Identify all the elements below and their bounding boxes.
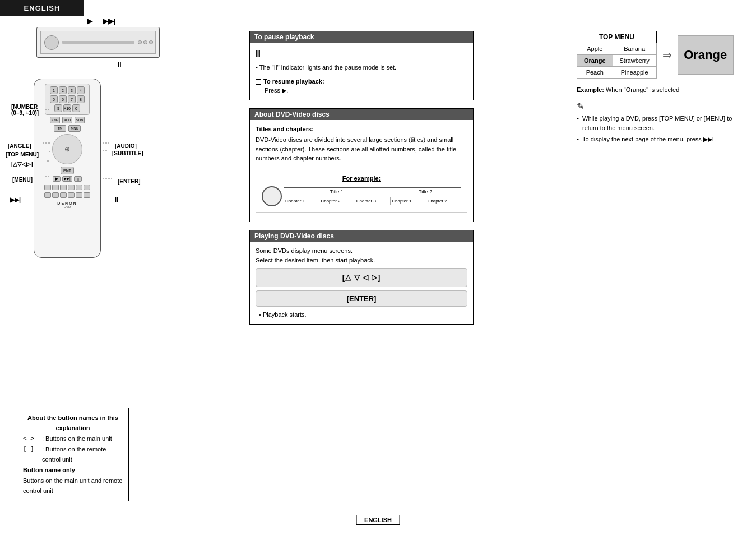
btn-3: 3 (68, 86, 76, 94)
menu-pineapple: Pineapple (613, 67, 656, 79)
playing-section: Playing DVD-Video discs Some DVDs displa… (249, 230, 474, 325)
remote-body: 1 2 3 4 5 6 7 8 9 +10 0 ANG AUD SUB TM M… (34, 79, 101, 258)
top-menu-row-3: Peach Pineapple (577, 67, 657, 79)
dvd-section-content: Titles and chapters: DVD-Video discs are… (250, 120, 473, 222)
skip-fwd-label: ▶▶| (10, 196, 21, 204)
chapter-1a: Chapter 1 (284, 197, 319, 205)
chapter-2b: Chapter 2 (426, 197, 461, 205)
legend-sym-1: < > (23, 433, 40, 444)
extra-btn-8 (52, 192, 59, 198)
function-row: ANG AUD SUB (34, 117, 100, 123)
btn-plus10: +10 (63, 104, 71, 112)
btn-4: 4 (77, 86, 85, 94)
btn-6: 6 (59, 95, 67, 103)
play-btn: ▶ (53, 176, 61, 182)
legend-last-row: Buttons on the main unit and remote cont… (23, 476, 123, 496)
dvd-section: About DVD-Video discs Titles and chapter… (249, 108, 474, 223)
chapter-2: Chapter 2 (319, 197, 355, 205)
legend-desc-2: : Buttons on the remote control unit (42, 444, 123, 465)
dvd-section-title: About DVD-Video discs (250, 109, 473, 120)
main-unit (36, 27, 160, 58)
note-item-2: To display the next page of the menu, pr… (577, 135, 739, 144)
power-button-icon (138, 40, 142, 44)
stop-button-icon (149, 40, 153, 44)
top-menu-row-2: Orange Strawberry (577, 55, 657, 67)
legend-bold-text: Button name only (23, 467, 75, 473)
extra-btn-4 (68, 185, 75, 190)
header-language: ENGLISH (24, 4, 61, 12)
remote-model: DVD (34, 205, 100, 209)
chapter-bar: Chapter 1 Chapter 2 Chapter 3 Chapter 1 … (284, 197, 461, 205)
remote-brand-logo: DENON (34, 201, 100, 205)
menu-btn: MNU (68, 125, 81, 132)
legend-box: About the button names in this explanati… (17, 408, 129, 502)
angle-btn: ANG (50, 117, 60, 123)
play-arrow-icon: ▶ (87, 17, 92, 25)
menu-peach: Peach (577, 67, 613, 79)
top-menu-container: TOP MENU Apple Banana Orange Strawberry … (577, 31, 739, 79)
enter-display: [ENTER] (256, 290, 467, 307)
note-section: ✎ While playing a DVD, press [TOP MENU] … (577, 101, 739, 144)
pencil-icon: ✎ (577, 101, 739, 112)
legend-bold-row: Button name only: (23, 465, 123, 476)
btn-1: 1 (50, 86, 58, 94)
footer-language: ENGLISH (356, 515, 400, 525)
number-pad: 1 2 3 4 5 6 7 8 9 +10 0 (45, 84, 90, 115)
btn-9: 9 (54, 104, 62, 112)
disc-tracks: Title 1 Title 2 Chapter 1 Chapter 2 Chap… (284, 187, 461, 205)
header-bar: ENGLISH (0, 0, 84, 16)
orange-text: Orange (684, 48, 727, 62)
nav-label: [△▽◁▷] (11, 161, 33, 167)
checkbox-icon (256, 79, 261, 85)
extra-btn-1 (44, 185, 51, 190)
extra-btn-11 (76, 192, 82, 198)
extra-btn-3 (60, 185, 67, 190)
disc-slot-icon (44, 35, 59, 50)
top-menu-header-row: TOP MENU (577, 31, 657, 43)
menu-banana: Banana (613, 43, 656, 55)
btn-7: 7 (68, 95, 76, 103)
extra-buttons (34, 183, 100, 191)
resume-text: Press ▶. (265, 86, 467, 95)
subtitle-label: [SUBTITLE] (112, 150, 143, 156)
enter-note: • Playback starts. (259, 310, 467, 320)
disc-diagram: For example: Title 1 Title 2 Chapter 1 C… (256, 168, 467, 213)
skip-fwd-btn: ▶▶| (62, 176, 72, 182)
playing-section-title: Playing DVD-Video discs (250, 230, 473, 242)
subtitle-btn: SUB (75, 117, 85, 123)
dvd-description: DVD-Video discs are divided into several… (256, 135, 467, 163)
disc-icon (262, 186, 282, 206)
btn-0: 0 (72, 104, 80, 112)
titles-chapters-heading: Titles and chapters: (256, 124, 467, 134)
resume-heading: To resume playback: (256, 77, 467, 86)
eject-button-icon (143, 40, 147, 44)
btn-5: 5 (50, 95, 58, 103)
legend-sym-2: [ ] (23, 444, 40, 465)
pause-indicator-text: • The "II" indicator lights and the paus… (256, 63, 467, 72)
title-2: Title 2 (389, 188, 461, 197)
example-label: Example: (577, 86, 604, 93)
angle-label: [ANGLE] (8, 143, 31, 149)
menu-orange: Orange (577, 55, 613, 67)
pause-remote-label: II (115, 196, 118, 203)
chapter-1b: Chapter 1 (391, 197, 426, 205)
playing-desc2: Select the desired item, then start play… (256, 256, 467, 265)
top-menu-title: TOP MENU (577, 31, 657, 43)
bullet-dot: • (256, 64, 259, 71)
chapter-3: Chapter 3 (355, 197, 391, 205)
top-menu-label: [TOP MENU] (6, 151, 39, 158)
transport-row: ▶ ▶▶| II (34, 176, 100, 182)
disc-visual: Title 1 Title 2 Chapter 1 Chapter 2 Chap… (262, 186, 461, 206)
tray-bar (62, 41, 134, 44)
extra-btn-2 (52, 185, 59, 190)
control-buttons (138, 40, 153, 44)
playing-section-content: Some DVDs display menu screens. Select t… (250, 242, 473, 324)
dpad: ⊕ (52, 134, 82, 164)
top-menu-table: TOP MENU Apple Banana Orange Strawberry … (577, 31, 657, 79)
middle-column: To pause playback II • The "II" indicato… (249, 31, 474, 333)
pause-section: To pause playback II • The "II" indicato… (249, 31, 474, 100)
arrow-right-icon: ⇒ (662, 48, 672, 62)
playing-desc1: Some DVDs display menu screens. (256, 246, 467, 256)
resume-section: To resume playback: Press ▶. (256, 77, 467, 95)
legend-desc-1: : Buttons on the main unit (42, 433, 112, 444)
